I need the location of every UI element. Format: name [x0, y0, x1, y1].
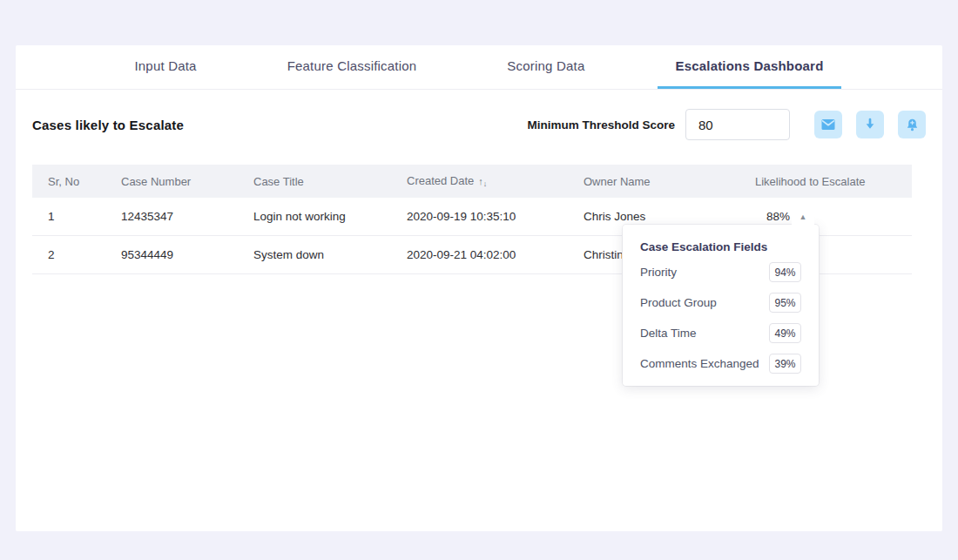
add-alert-button[interactable] [898, 111, 926, 138]
field-label: Product Group [640, 296, 717, 309]
tab-bar: Input Data Feature Classification Scorin… [16, 45, 942, 90]
field-label: Priority [640, 266, 677, 279]
likelihood-value: 88% [766, 210, 790, 223]
threshold-input[interactable] [685, 109, 790, 140]
email-button[interactable] [814, 111, 842, 138]
toolbar-right: Minimum Threshold Score [527, 109, 926, 140]
cell-owner-name: Chris Jones [584, 210, 755, 223]
chevron-up-icon: ▲ [799, 213, 807, 221]
cell-likelihood: 88% [755, 210, 912, 223]
cell-case-number: 95344449 [121, 248, 253, 261]
popup-field-row: Priority 94% [640, 257, 801, 287]
collapse-button[interactable]: ▲ [792, 207, 814, 226]
field-value: 95% [769, 293, 801, 313]
tab-input-data[interactable]: Input Data [117, 45, 213, 89]
main-card: Input Data Feature Classification Scorin… [16, 45, 942, 531]
field-label: Comments Exchanged [640, 357, 759, 370]
col-header-owner-name: Owner Name [584, 175, 755, 188]
cell-created-date: 2020-09-19 10:35:10 [407, 210, 584, 223]
tab-feature-classification[interactable]: Feature Classification [270, 45, 435, 89]
tab-escalations-dashboard[interactable]: Escalations Dashboard [658, 45, 840, 89]
download-button[interactable] [856, 111, 884, 138]
icon-button-group [814, 111, 926, 138]
cell-case-title: System down [253, 248, 407, 261]
cell-sr-no: 1 [48, 210, 121, 223]
created-date-label: Created Date [407, 174, 474, 187]
col-header-created-date[interactable]: Created Date↑↓ [407, 174, 584, 188]
col-header-likelihood: Likelihood to Escalate [755, 175, 912, 188]
popup-field-row: Delta Time 49% [640, 318, 801, 348]
sort-icon[interactable]: ↑↓ [478, 176, 487, 186]
cell-sr-no: 2 [48, 248, 121, 261]
toolbar: Cases likely to Escalate Minimum Thresho… [16, 90, 942, 159]
download-icon [863, 118, 877, 132]
field-value: 49% [769, 323, 801, 343]
case-escalation-popup: ▲ Case Escalation Fields Priority 94% Pr… [623, 225, 819, 386]
popup-title: Case Escalation Fields [640, 240, 801, 253]
cell-created-date: 2020-09-21 04:02:00 [407, 248, 584, 261]
page-title: Cases likely to Escalate [32, 118, 184, 132]
table-header-row: Sr, No Case Number Case Title Created Da… [32, 165, 912, 198]
add-alert-icon [905, 118, 920, 132]
popup-field-row: Comments Exchanged 39% [640, 348, 801, 379]
threshold-label: Minimum Threshold Score [527, 118, 675, 132]
col-header-case-number: Case Number [121, 175, 253, 188]
col-header-sr-no: Sr, No [48, 175, 121, 188]
tab-scoring-data[interactable]: Scoring Data [489, 45, 602, 89]
cell-case-title: Login not working [253, 210, 407, 223]
field-value: 39% [769, 354, 801, 374]
field-value: 94% [769, 262, 801, 282]
col-header-case-title: Case Title [253, 175, 407, 188]
field-label: Delta Time [640, 327, 697, 340]
popup-field-row: Product Group 95% [640, 287, 801, 318]
email-icon [820, 117, 836, 132]
cell-case-number: 12435347 [121, 210, 253, 223]
